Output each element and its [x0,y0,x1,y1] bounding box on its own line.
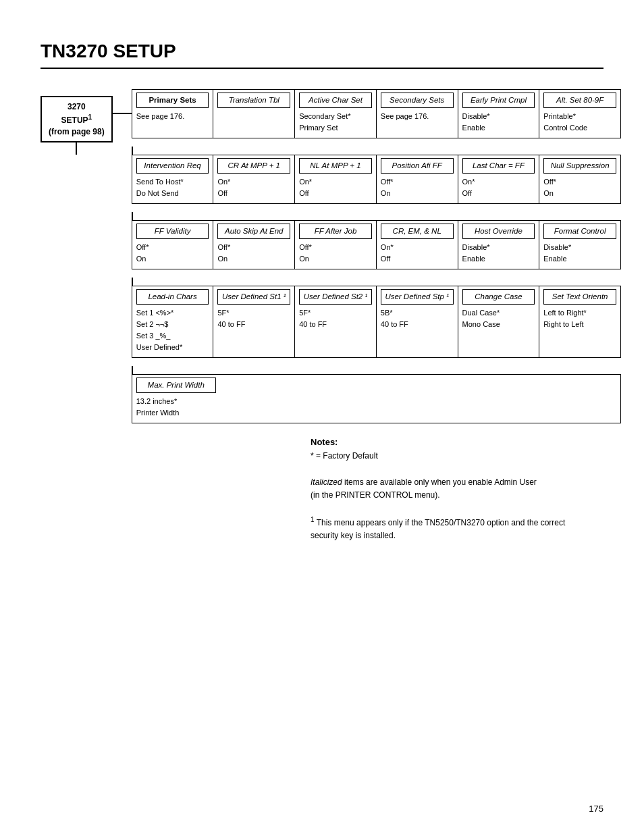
cell-values-3: 5B*40 to FF [381,307,454,330]
cell-3: User Defined Stp ¹5B*40 to FF [377,286,458,357]
setup-box: 3270 SETUP1 (from page 98) [41,96,113,142]
cell-title-2: User Defined St2 ¹ [299,289,372,305]
cell-0: Intervention ReqSend To Host*Do Not Send [132,155,214,203]
cell-2: NL At MPP + 1On*Off [295,155,377,203]
cell-title-0: FF Validity [136,224,209,239]
cell-title-5: Format Control [543,224,616,239]
cell-values-3: Off*On [381,176,454,199]
cell-values-0: See page 176. [136,111,209,122]
cell-title-4: Change Case [462,289,535,305]
cell-4: Host OverrideDisable*Enable [458,221,540,269]
cell-title-3: Position Afi FF [381,158,454,174]
cell-values-4: Dual Case*Mono Case [462,307,535,330]
note-italicized: Italicized items are available only when… [311,476,587,502]
setup-line1: 3270 [49,101,105,113]
notes-section: Notes: * = Factory Default Italicized it… [304,437,587,542]
section-1: Primary SetsSee page 176.Translation Tbl… [132,89,621,138]
cell-0: Max. Print Width13.2 inches*Printer Widt… [132,375,220,423]
cell-title-0: Max. Print Width [136,377,216,393]
v-connector-3 [132,212,133,220]
section-3: FF ValidityOff*OnAuto Skip At EndOff*OnF… [132,220,621,269]
cell-title-2: FF After Job [299,224,372,239]
cell-values-4: Disable*Enable [462,111,535,134]
note-superscript: 1 This menu appears only if the TN5250/T… [311,515,587,542]
cell-5: Null SuppressionOff*On [539,155,620,203]
cell-3: Secondary SetsSee page 176. [377,90,458,138]
sections-container: Primary SetsSee page 176.Translation Tbl… [132,89,621,430]
cell-title-5: Set Text Orientn [543,289,616,305]
cell-values-0: Off*On [136,242,209,265]
cell-4: Change CaseDual Case*Mono Case [458,286,540,357]
page-title: TN3270 SETUP [41,41,603,62]
cell-title-4: Host Override [462,224,535,239]
cell-title-0: Primary Sets [136,93,209,108]
cell-title-3: User Defined Stp ¹ [381,289,454,305]
cell-values-1: 5F*40 to FF [217,307,290,330]
cell-title-3: CR, EM, & NL [381,224,454,239]
setup-line2: SETUP1 [49,113,105,126]
cell-values-2: 5F*40 to FF [299,307,372,330]
cell-2: User Defined St2 ¹5F*40 to FF [295,286,377,357]
cell-3: CR, EM, & NLOn*Off [377,221,458,269]
cell-0: Primary SetsSee page 176. [132,90,214,138]
cell-title-0: Intervention Req [136,158,209,174]
cell-title-3: Secondary Sets [381,93,454,108]
cell-1: User Defined St1 ¹5F*40 to FF [213,286,295,357]
section-4: Lead-in CharsSet 1 <%>*Set 2 ¬¬$Set 3 _%… [132,286,621,358]
cell-title-1: CR At MPP + 1 [217,158,290,174]
section-2: Intervention ReqSend To Host*Do Not Send… [132,155,621,204]
cell-1: Translation Tbl [213,90,295,138]
cell-title-5: Null Suppression [543,158,616,174]
cell-title-1: User Defined St1 ¹ [217,289,290,305]
cell-title-0: Lead-in Chars [136,289,209,305]
page-number: 175 [589,804,603,814]
cell-2: FF After JobOff*On [295,221,377,269]
cell-values-5: Disable*Enable [543,242,616,265]
cell-values-3: See page 176. [381,111,454,122]
cell-values-3: On*Off [381,242,454,265]
cell-1: CR At MPP + 1On*Off [213,155,295,203]
cell-values-2: Off*On [299,242,372,265]
cell-4: Early Print CmplDisable*Enable [458,90,540,138]
cell-0: Lead-in CharsSet 1 <%>*Set 2 ¬¬$Set 3 _%… [132,286,214,357]
cell-values-5: Printable*Control Code [543,111,616,134]
cell-values-0: 13.2 inches*Printer Width [136,396,216,419]
cell-1: Auto Skip At EndOff*On [213,221,295,269]
cell-values-1: Off*On [217,242,290,265]
v-connector-1 [76,142,77,155]
cell-values-2: Secondary Set*Primary Set [299,111,372,134]
notes-body: * = Factory Default Italicized items are… [311,450,587,542]
h-connector-1 [113,113,132,114]
cell-values-4: On*Off [462,176,535,199]
cell-2: Active Char SetSecondary Set*Primary Set [295,90,377,138]
cell-5: Format ControlDisable*Enable [539,221,620,269]
cell-values-0: Set 1 <%>*Set 2 ¬¬$Set 3 _%_User Defined… [136,307,209,353]
cell-0: FF ValidityOff*On [132,221,214,269]
cell-5: Alt. Set 80-9FPrintable*Control Code [539,90,620,138]
cell-3: Position Afi FFOff*On [377,155,458,203]
cell-values-2: On*Off [299,176,372,199]
v-connector-4 [132,278,133,286]
section-5: Max. Print Width13.2 inches*Printer Widt… [132,374,621,423]
cell-title-5: Alt. Set 80-9F [543,93,616,108]
cell-values-4: Disable*Enable [462,242,535,265]
cell-title-1: Translation Tbl [217,93,290,108]
cell-title-4: Early Print Cmpl [462,93,535,108]
v-connector-2 [132,147,133,155]
cell-4: Last Char = FFOn*Off [458,155,540,203]
cell-5: Set Text OrientnLeft to Right*Right to L… [539,286,620,357]
cell-values-0: Send To Host*Do Not Send [136,176,209,199]
cell-title-2: Active Char Set [299,93,372,108]
cell-title-1: Auto Skip At End [217,224,290,239]
note-factory-default: * = Factory Default [311,450,587,463]
cell-title-2: NL At MPP + 1 [299,158,372,174]
cell-title-4: Last Char = FF [462,158,535,174]
setup-line3: (from page 98) [49,126,105,138]
main-diagram: 3270 SETUP1 (from page 98) Primary SetsS… [41,89,621,543]
cell-values-5: Left to Right*Right to Left [543,307,616,330]
cell-values-1: On*Off [217,176,290,199]
v-connector-5 [132,366,133,374]
cell-values-5: Off*On [543,176,616,199]
notes-title: Notes: [311,437,587,447]
